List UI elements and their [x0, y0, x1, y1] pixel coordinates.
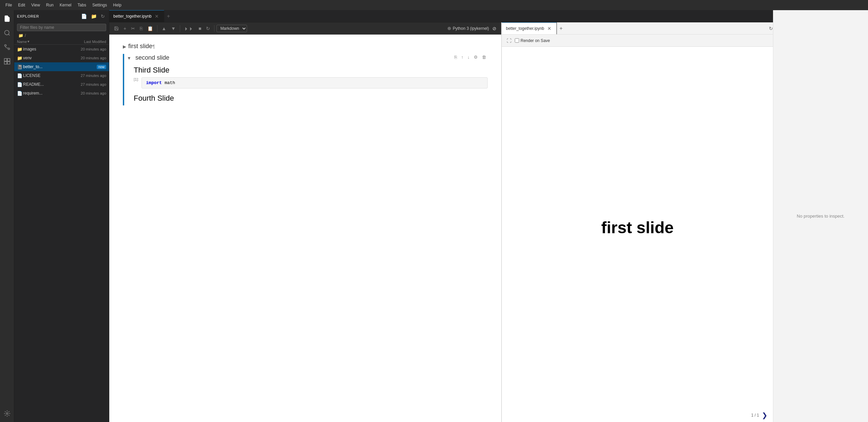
- restart-button[interactable]: ↻: [204, 25, 212, 32]
- list-item[interactable]: 📁 venv 20 minutes ago: [14, 54, 109, 62]
- sidebar: Explorer 📄 📁 ↻ 📁 / Name ▾ Last Modified: [14, 10, 109, 422]
- menu-edit[interactable]: Edit: [15, 2, 28, 8]
- file-icon: 📄: [17, 82, 23, 87]
- cell-type-select[interactable]: Markdown Code Raw: [216, 25, 247, 32]
- badge-now: now: [97, 65, 106, 69]
- cell-slide-row-2: ▼ second slide ⎘ ↑ ↓ ⚙: [123, 54, 488, 105]
- cell-title-area: ▼ second slide: [127, 54, 169, 61]
- tab-add-button[interactable]: +: [164, 13, 173, 19]
- main-layout: Explorer 📄 📁 ↻ 📁 / Name ▾ Last Modified: [0, 10, 868, 422]
- new-folder-button[interactable]: 📁: [90, 13, 98, 20]
- preview-next-button[interactable]: ❯: [762, 411, 768, 419]
- col-name-header[interactable]: Name ▾: [17, 39, 69, 44]
- editor-area: better_together.ipynb ✕ + + ✂ ⎘ 📋: [109, 10, 773, 422]
- file-modified: 20 minutes ago: [69, 91, 106, 95]
- refresh-button[interactable]: ↻: [99, 13, 106, 20]
- cell-settings-button[interactable]: ⚙: [472, 54, 479, 60]
- pilcrow-icon: ¶: [152, 43, 155, 49]
- list-item[interactable]: 📄 LICENSE 27 minutes ago: [14, 71, 109, 80]
- move-up-button[interactable]: ▲: [159, 25, 168, 32]
- tab-better-together[interactable]: better_together.ipynb ✕: [109, 10, 164, 22]
- file-modified: 20 minutes ago: [69, 47, 106, 51]
- menu-file[interactable]: File: [3, 2, 15, 8]
- file-icon: 📄: [17, 73, 23, 78]
- svg-line-1: [8, 34, 10, 36]
- svg-rect-7: [7, 62, 10, 64]
- move-down-button[interactable]: ▼: [169, 25, 178, 32]
- cell-container: ▶ first slide ¶: [123, 41, 488, 51]
- list-item[interactable]: 📁 images 20 minutes ago: [14, 45, 109, 54]
- cell-header-row: ▼ second slide ⎘ ↑ ↓ ⚙: [127, 54, 488, 62]
- cut-button[interactable]: ✂: [129, 25, 137, 32]
- list-item[interactable]: 📄 README... 27 minutes ago: [14, 80, 109, 89]
- preview-tab[interactable]: better_together.ipynb ✕: [502, 22, 557, 35]
- menu-view[interactable]: View: [29, 2, 43, 8]
- menu-run[interactable]: Run: [43, 2, 56, 8]
- fourth-slide-heading: Fourth Slide: [134, 94, 488, 103]
- render-on-save-checkbox[interactable]: [515, 38, 519, 43]
- folder-icon: 📁: [17, 56, 23, 61]
- settings-icon[interactable]: [1, 408, 13, 419]
- move-cell-up-button[interactable]: ↑: [460, 54, 465, 60]
- tab-bar: better_together.ipynb ✕ +: [109, 10, 773, 22]
- svg-point-9: [448, 27, 451, 30]
- save-button[interactable]: [112, 25, 121, 32]
- svg-rect-6: [4, 62, 7, 64]
- sidebar-toolbar: Explorer 📄 📁 ↻: [14, 10, 109, 22]
- file-modified: 27 minutes ago: [69, 74, 106, 78]
- cell-toolbar: ⎘ ↑ ↓ ⚙ 🗑: [453, 54, 488, 60]
- tab-label: better_together.ipynb: [113, 14, 152, 19]
- file-name: better_to...: [23, 64, 95, 69]
- preview-slide-display: first slide: [601, 218, 674, 237]
- source-control-icon[interactable]: [1, 41, 13, 53]
- search-icon[interactable]: [1, 27, 13, 39]
- paste-button[interactable]: 📋: [145, 25, 155, 32]
- menu-tabs[interactable]: Tabs: [75, 2, 89, 8]
- preview-fullscreen-button[interactable]: ⛶: [505, 37, 513, 44]
- extensions-icon[interactable]: [1, 56, 13, 67]
- file-list-header: Name ▾ Last Modified: [14, 39, 109, 45]
- copy-button[interactable]: ⎘: [138, 25, 145, 32]
- refresh-preview-button[interactable]: ↻: [769, 26, 773, 31]
- list-item[interactable]: 📓 better_to... now: [14, 62, 109, 71]
- collapse-toggle[interactable]: ▶: [123, 43, 126, 49]
- menu-help[interactable]: Help: [110, 2, 124, 8]
- fourth-slide-cell: Fourth Slide: [127, 91, 488, 105]
- file-modified: 27 minutes ago: [69, 82, 106, 86]
- preview-tab-add[interactable]: +: [557, 25, 565, 32]
- file-name: venv: [23, 56, 69, 60]
- add-cell-button[interactable]: +: [121, 25, 128, 32]
- pagination-text: 1 / 1: [751, 413, 759, 418]
- filter-input[interactable]: [17, 24, 106, 31]
- third-slide-heading: Third Slide: [134, 66, 488, 75]
- cell-container-2: ▼ second slide ⎘ ↑ ↓ ⚙: [123, 54, 488, 105]
- copy-cell-button[interactable]: ⎘: [453, 54, 458, 60]
- tab-close-button[interactable]: ✕: [154, 13, 160, 19]
- preview-tab-close[interactable]: ✕: [546, 25, 552, 32]
- list-item[interactable]: 📄 requirem... 20 minutes ago: [14, 89, 109, 98]
- notebook-icon: 📓: [17, 64, 23, 69]
- notebook-content[interactable]: ▶ first slide ¶: [109, 35, 501, 422]
- render-on-save-label: Render on Save: [515, 38, 550, 43]
- files-icon[interactable]: [1, 13, 13, 24]
- interrupt-button[interactable]: ■: [196, 25, 203, 32]
- cell-active-bar: [123, 54, 124, 105]
- kernel-menu-button[interactable]: ⊘: [490, 25, 498, 32]
- preview-pagination: 1 / 1 ❯: [502, 408, 773, 422]
- delete-cell-button[interactable]: 🗑: [480, 54, 488, 60]
- run-all-button[interactable]: ⏵⏵: [182, 25, 196, 32]
- menu-bar: File Edit View Run Kernel Tabs Settings …: [0, 0, 868, 10]
- menu-settings[interactable]: Settings: [90, 2, 110, 8]
- preview-content: first slide: [502, 47, 773, 408]
- preview-toolbar: ⛶ Render on Save: [502, 35, 773, 47]
- menu-kernel[interactable]: Kernel: [57, 2, 74, 8]
- third-slide-cell: Third Slide: [127, 63, 488, 77]
- preview-tab-bar: better_together.ipynb ✕ + ↻: [502, 22, 773, 35]
- svg-rect-4: [4, 59, 7, 61]
- sidebar-toolbar-icons: 📄 📁 ↻: [80, 13, 106, 20]
- new-file-button[interactable]: 📄: [80, 13, 88, 20]
- move-cell-down-button[interactable]: ↓: [466, 54, 471, 60]
- col-modified-header[interactable]: Last Modified: [69, 39, 106, 44]
- code-cell[interactable]: import math: [141, 77, 488, 88]
- collapse-toggle-2[interactable]: ▼: [127, 55, 131, 61]
